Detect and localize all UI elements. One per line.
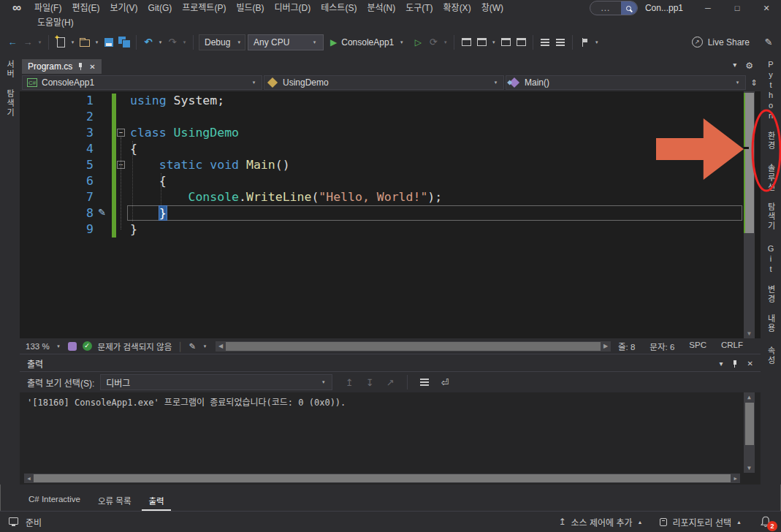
editor-horizontal-scrollbar[interactable]: ◀ ▶ bbox=[216, 341, 611, 352]
notifications-button[interactable]: 2 bbox=[759, 515, 772, 528]
code-line[interactable]: class UsingDemo bbox=[130, 125, 442, 141]
redo-icon[interactable]: ↷ bbox=[166, 34, 179, 50]
code-cleanup-pen-icon[interactable]: ✎ bbox=[188, 341, 196, 352]
window-dropdown-icon[interactable]: ▾ bbox=[490, 39, 497, 45]
code-line[interactable]: static void Main() bbox=[130, 157, 442, 173]
undo-icon[interactable]: ↶ bbox=[142, 34, 155, 50]
menu-item[interactable]: 프로젝트(P) bbox=[177, 1, 231, 16]
close-button[interactable]: ✕ bbox=[752, 1, 781, 16]
new-file-icon[interactable] bbox=[54, 34, 67, 50]
scroll-right-icon[interactable]: ▶ bbox=[731, 474, 740, 483]
live-share-button[interactable]: ↗ Live Share bbox=[692, 37, 750, 48]
window-layout-icon[interactable] bbox=[514, 34, 527, 50]
start-debugging-button[interactable]: ▶ ConsoleApp1 ▾ bbox=[326, 34, 409, 50]
navigate-back-icon[interactable]: ← bbox=[6, 34, 19, 50]
scrollbar-thumb[interactable] bbox=[226, 342, 601, 351]
document-health-icon[interactable] bbox=[68, 342, 77, 351]
menu-item[interactable]: 파일(F) bbox=[29, 1, 66, 16]
panel-tab[interactable]: 출력 bbox=[142, 493, 170, 511]
close-panel-icon[interactable]: ✕ bbox=[747, 360, 753, 368]
menu-item[interactable]: 테스트(S) bbox=[316, 1, 362, 16]
menu-item[interactable]: 분석(N) bbox=[362, 1, 400, 16]
side-tab[interactable]: Git 변경 내용 bbox=[765, 244, 777, 333]
menu-item[interactable]: Git(G) bbox=[143, 1, 178, 16]
document-options-gear-icon[interactable]: ⚙ bbox=[745, 61, 753, 71]
maximize-button[interactable]: □ bbox=[723, 1, 752, 16]
code-line[interactable]: Console.WriteLine("Hello, World!"); bbox=[130, 189, 442, 205]
project-dropdown[interactable]: C# ConsoleApp1 ▾ bbox=[22, 75, 262, 90]
solution-configuration-dropdown[interactable]: Debug▾ bbox=[199, 34, 245, 50]
menu-item[interactable]: 보기(V) bbox=[104, 1, 142, 16]
solution-platform-dropdown[interactable]: Any CPU▾ bbox=[248, 34, 324, 50]
send-feedback-icon[interactable]: ✎ bbox=[762, 34, 775, 50]
menu-item[interactable]: 디버그(D) bbox=[269, 1, 316, 16]
side-tab[interactable]: 서버 탐색기 bbox=[4, 60, 16, 118]
bookmark-icon[interactable] bbox=[578, 34, 591, 50]
code-line[interactable]: { bbox=[130, 141, 442, 157]
output-source-dropdown[interactable]: 디버그 ▾ bbox=[100, 374, 332, 390]
menu-item[interactable]: 빌드(B) bbox=[231, 1, 269, 16]
clear-all-icon[interactable] bbox=[418, 374, 431, 390]
refresh-icon[interactable]: ⟳ bbox=[427, 34, 440, 50]
code-line[interactable]: } bbox=[130, 221, 442, 238]
code-editor[interactable]: 123456789 − − using System;class UsingDe… bbox=[20, 91, 761, 338]
quick-search-box[interactable]: ... bbox=[590, 1, 638, 15]
member-dropdown[interactable]: Main() ▾ bbox=[506, 75, 746, 90]
scroll-left-icon[interactable]: ◀ bbox=[216, 341, 226, 352]
go-to-source-icon[interactable]: ↗ bbox=[384, 374, 397, 390]
save-icon[interactable] bbox=[102, 34, 115, 50]
code-line[interactable]: using System; bbox=[130, 93, 442, 109]
active-files-dropdown-icon[interactable]: ▾ bbox=[733, 61, 736, 71]
close-tab-icon[interactable]: ✕ bbox=[89, 63, 95, 71]
open-file-icon[interactable] bbox=[78, 34, 91, 50]
refresh-dropdown-icon[interactable]: ▾ bbox=[442, 39, 449, 45]
menu-item[interactable]: 편집(E) bbox=[66, 1, 104, 16]
new-file-dropdown-icon[interactable]: ▾ bbox=[69, 39, 76, 45]
menu-item[interactable]: 도구(T) bbox=[400, 1, 438, 16]
bookmark-dropdown-icon[interactable]: ▾ bbox=[593, 39, 600, 45]
previous-message-icon[interactable]: ↥ bbox=[343, 374, 356, 390]
next-message-icon[interactable]: ↧ bbox=[363, 374, 376, 390]
start-without-debugging-icon[interactable]: ▷ bbox=[411, 34, 424, 50]
redo-dropdown-icon[interactable]: ▾ bbox=[181, 39, 188, 45]
output-panel-header[interactable]: 출력 ▾ ✕ bbox=[20, 356, 761, 372]
type-dropdown[interactable]: UsingDemo ▾ bbox=[264, 75, 504, 90]
menu-item[interactable]: 창(W) bbox=[476, 1, 508, 16]
scroll-up-icon[interactable]: ▲ bbox=[744, 394, 755, 400]
select-repository-button[interactable]: 리포지토리 선택 ▲ bbox=[660, 516, 742, 528]
line-ending-indicator[interactable]: CRLF bbox=[721, 341, 743, 352]
solution-explorer-window-icon[interactable] bbox=[475, 34, 488, 50]
scrollbar-thumb[interactable] bbox=[34, 474, 731, 482]
fold-collapse-icon[interactable]: − bbox=[117, 129, 125, 137]
navigate-forward-icon[interactable]: → bbox=[21, 34, 34, 50]
scroll-right-icon[interactable]: ▶ bbox=[601, 341, 611, 352]
window-position-dropdown-icon[interactable]: ▾ bbox=[720, 360, 723, 368]
minimize-button[interactable]: ─ bbox=[693, 1, 723, 16]
output-horizontal-scrollbar[interactable]: ◀ ▶ bbox=[24, 474, 740, 483]
side-tab[interactable]: 속성 bbox=[765, 346, 777, 365]
split-window-icon[interactable]: ⇕ bbox=[747, 75, 761, 90]
scroll-down-icon[interactable]: ▼ bbox=[744, 330, 755, 337]
zoom-dropdown[interactable]: 133 % ▾ bbox=[26, 342, 62, 351]
output-content[interactable]: '[18160] ConsoleApp1.exe' 프로그램이 종료되었습니다(… bbox=[20, 392, 761, 484]
menu-item[interactable]: 도움말(H) bbox=[32, 15, 79, 31]
panel-tab[interactable]: C# Interactive bbox=[22, 493, 87, 511]
properties-window-icon[interactable] bbox=[499, 34, 512, 50]
undo-dropdown-icon[interactable]: ▾ bbox=[157, 39, 164, 45]
scroll-left-icon[interactable]: ◀ bbox=[24, 474, 34, 483]
indent-decrease-icon[interactable] bbox=[538, 34, 552, 50]
panel-tab[interactable]: 오류 목록 bbox=[91, 493, 138, 511]
code-line[interactable] bbox=[130, 109, 442, 125]
navigate-forward-dropdown-icon[interactable]: ▾ bbox=[37, 39, 43, 45]
indent-increase-icon[interactable] bbox=[554, 34, 567, 50]
save-all-icon[interactable] bbox=[118, 34, 131, 50]
document-tab[interactable]: Program.cs ✕ bbox=[22, 59, 102, 74]
word-wrap-icon[interactable]: ⏎ bbox=[438, 374, 452, 390]
start-dropdown-icon[interactable]: ▾ bbox=[398, 39, 405, 45]
insert-mode-indicator[interactable]: SPC bbox=[689, 341, 706, 352]
search-button[interactable] bbox=[621, 1, 637, 15]
menu-item[interactable]: 확장(X) bbox=[438, 1, 476, 16]
scrollbar-thumb[interactable] bbox=[745, 403, 754, 445]
output-vertical-scrollbar[interactable]: ▲ ▼ bbox=[744, 392, 755, 473]
add-to-source-control-button[interactable]: ↥ 소스 제어에 추가 ▲ bbox=[558, 516, 642, 528]
